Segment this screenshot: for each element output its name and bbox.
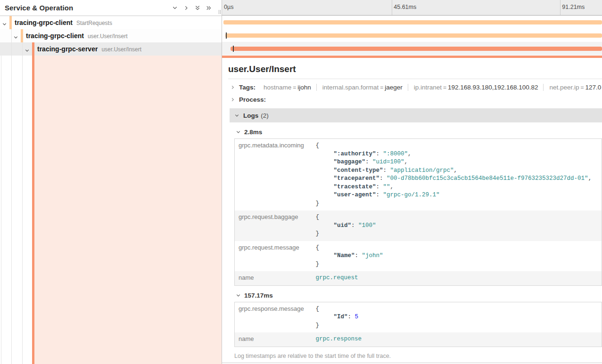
service-operation-heading: Service & Operation: [5, 4, 172, 12]
span-labels: tracing-grpc-clientuser.User/Insert: [26, 29, 128, 43]
json-key: "uid": [334, 222, 352, 229]
log-field-key: name: [235, 332, 314, 347]
span-tree-row[interactable]: tracing-grpc-clientuser.User/Insert: [0, 29, 222, 42]
span-tree-panel: Service & Operation tracing-grpc-clientS…: [0, 0, 222, 364]
collapse-one-icon[interactable]: [172, 5, 178, 11]
span-service-name: tracing-grpc-server: [37, 45, 98, 53]
tag-summary-item: internal.span.format=jaeger: [316, 84, 403, 91]
log-timestamp-accordion[interactable]: 157.17ms: [236, 292, 602, 299]
span-log-marker: [226, 32, 227, 39]
collapse-span-icon[interactable]: [25, 47, 30, 55]
span-duration-bar[interactable]: [223, 20, 602, 24]
timeline-panel: 0µs45.61ms91.21ms user.User/Insert Tags:…: [222, 0, 602, 364]
span-duration-bar[interactable]: [231, 47, 602, 51]
expand-one-icon[interactable]: [183, 5, 190, 11]
process-accordion[interactable]: Process:: [228, 91, 602, 104]
ruler-tick-label: 0µs: [222, 4, 233, 10]
json-comma: ,: [404, 159, 408, 165]
logs-accordion-header[interactable]: Logs (2): [230, 108, 602, 122]
span-bar-row: [222, 42, 602, 55]
ruler-tick-label: 91.21ms: [560, 4, 585, 10]
process-label: Process:: [239, 96, 266, 103]
chevron-down-icon: [234, 113, 239, 118]
span-duration-bar[interactable]: [225, 33, 602, 38]
json-line: "uid": "100": [316, 222, 598, 230]
log-field-text-value: grpc.response: [316, 336, 362, 342]
tags-label: Tags:: [239, 84, 256, 91]
log-entries: 2.8msgrpc.metadata.incoming{":authority"…: [230, 129, 602, 347]
chevron-down-icon: [236, 293, 241, 298]
json-open-brace: {: [316, 305, 598, 314]
log-field-key: grpc.request.message: [235, 241, 314, 272]
json-value: "00-d78bb60bfc15c3ca5cb1564be84e511e-f97…: [387, 175, 588, 182]
span-tree-rows: tracing-grpc-clientStartRequeststracing-…: [0, 16, 222, 56]
span-color-stripe: [9, 16, 12, 29]
selected-span-tint: [34, 56, 222, 364]
tag-summary-item: ip.intranet=192.168.93.180,192.168.100.8…: [408, 84, 538, 91]
column-resizer-grip[interactable]: [219, 10, 221, 14]
log-timestamp: 2.8ms: [244, 129, 262, 136]
log-field-text-value: grpc.request: [316, 275, 358, 281]
span-detail-content: user.User/Insert Tags: hostname=ijohnint…: [222, 64, 602, 363]
json-colon: :: [376, 184, 383, 190]
span-log-marker: [233, 46, 234, 52]
json-line: "traceparent": "00-d78bb60bfc15c3ca5cb15…: [316, 175, 598, 183]
json-open-brace: {: [316, 213, 598, 222]
log-field-key: name: [235, 271, 314, 285]
json-colon: :: [376, 192, 383, 198]
tag-equals: =: [442, 84, 448, 91]
json-colon: :: [383, 167, 390, 174]
json-key: ":authority": [334, 151, 376, 157]
log-field-row: grpc.request.baggage{"uid": "100"}: [235, 210, 602, 241]
json-close-brace: }: [316, 260, 598, 269]
log-fields-body: grpc.response.message{"Id": 5}namegrpc.r…: [235, 302, 602, 347]
tree-controls: [172, 5, 212, 11]
span-operation-name: user.User/Insert: [101, 46, 141, 53]
json-key: "tracestate": [334, 184, 376, 190]
tags-accordion[interactable]: Tags: hostname=ijohninternal.span.format…: [228, 79, 602, 91]
chevron-right-icon: [230, 85, 235, 90]
log-field-value: {"Name": "john"}: [314, 241, 602, 272]
collapse-all-icon[interactable]: [194, 5, 201, 11]
json-open-brace: {: [316, 244, 598, 252]
span-detail-color-bar: [222, 56, 602, 58]
logs-section: Logs (2) 2.8msgrpc.metadata.incoming{":a…: [230, 108, 602, 363]
json-key: "baggage": [334, 159, 366, 165]
collapse-span-icon[interactable]: [13, 33, 18, 42]
json-value: "grpc-go/1.29.1": [383, 192, 440, 198]
logs-count: (2): [261, 112, 269, 119]
span-tree-row[interactable]: tracing-grpc-clientStartRequests: [0, 16, 222, 29]
indent-guide: [11, 42, 12, 56]
log-timestamp: 157.17ms: [244, 292, 273, 299]
json-value: "100": [358, 222, 376, 229]
log-field-row: grpc.response.message{"Id": 5}: [235, 302, 602, 332]
json-line: "baggage": "uid=100",: [316, 158, 598, 167]
log-fields-table: grpc.metadata.incoming{":authority": ":8…: [234, 138, 602, 286]
expand-all-icon[interactable]: [206, 5, 212, 11]
json-open-brace: {: [316, 142, 598, 150]
json-comma: ,: [588, 175, 592, 182]
tag-key: ip.intranet: [414, 84, 442, 91]
jaeger-trace-view: { "colors": { "client_span": "#FFCB99", …: [0, 0, 602, 364]
tag-summary-item: net.peer.ip=127.0: [543, 84, 601, 91]
log-field-value: grpc.request: [314, 271, 602, 285]
span-service-name: tracing-grpc-client: [26, 32, 84, 40]
json-value: "": [383, 184, 390, 190]
tag-equals: =: [291, 84, 297, 91]
json-colon: :: [355, 252, 362, 259]
json-line: "content-type": "application/grpc",: [316, 167, 598, 175]
timeline-ruler[interactable]: 0µs45.61ms91.21ms: [222, 0, 602, 16]
span-bar-row: [222, 29, 602, 42]
span-tree-row[interactable]: tracing-grpc-serveruser.User/Insert: [0, 42, 222, 56]
json-key: "user-agent": [334, 192, 376, 198]
tag-equals: =: [379, 84, 385, 91]
json-key: "Id": [334, 314, 348, 320]
log-timestamp-accordion[interactable]: 2.8ms: [236, 129, 602, 136]
span-operation-name: StartRequests: [76, 20, 112, 26]
span-service-name: tracing-grpc-client: [15, 19, 73, 26]
log-field-key: grpc.request.baggage: [235, 210, 314, 241]
logs-footnote: Log timestamps are relative to the start…: [234, 353, 602, 359]
span-color-stripe: [32, 42, 34, 56]
tag-summary-items: hostname=ijohninternal.span.format=jaege…: [258, 84, 601, 91]
collapse-span-icon[interactable]: [2, 20, 7, 29]
